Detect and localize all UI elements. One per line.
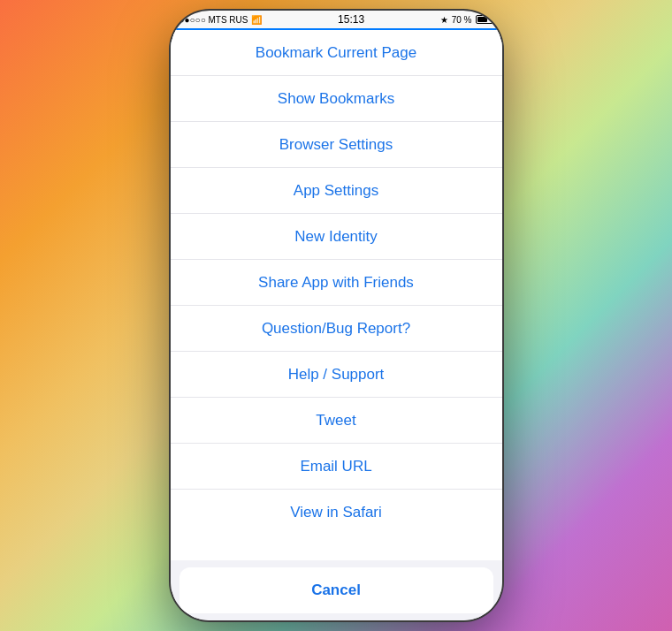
menu-item-label: Browser Settings bbox=[279, 136, 393, 154]
menu-item-label: Question/Bug Report? bbox=[262, 320, 410, 338]
menu-item[interactable]: Email URL bbox=[171, 444, 502, 490]
phone-frame: ●●○○○ MTS RUS 📶 15:13 ★ 70 % Bookmark Cu… bbox=[171, 11, 502, 620]
menu-sheet: Bookmark Current PageShow BookmarksBrows… bbox=[171, 30, 502, 620]
menu-item[interactable]: New Identity bbox=[171, 214, 502, 260]
status-time: 15:13 bbox=[338, 13, 364, 26]
menu-item-label: Email URL bbox=[300, 458, 371, 475]
menu-item-label: New Identity bbox=[294, 228, 378, 246]
menu-list: Bookmark Current PageShow BookmarksBrows… bbox=[171, 30, 502, 560]
menu-item[interactable]: View in Safari bbox=[171, 490, 502, 536]
menu-item[interactable]: Help / Support bbox=[171, 352, 502, 398]
phone-content: Bookmark Current PageShow BookmarksBrows… bbox=[171, 28, 502, 620]
menu-item[interactable]: Bookmark Current Page bbox=[171, 30, 502, 76]
battery-percent: 70 % bbox=[452, 15, 472, 25]
menu-item[interactable]: Question/Bug Report? bbox=[171, 306, 502, 352]
menu-item[interactable]: Tweet bbox=[171, 398, 502, 444]
status-right: ★ 70 % bbox=[440, 15, 493, 25]
status-left: ●●○○○ MTS RUS 📶 bbox=[179, 15, 263, 25]
menu-item-label: Bookmark Current Page bbox=[256, 44, 416, 62]
battery-icon bbox=[476, 15, 493, 24]
status-bar: ●●○○○ MTS RUS 📶 15:13 ★ 70 % bbox=[171, 11, 502, 28]
menu-item-label: Help / Support bbox=[288, 366, 385, 384]
menu-item-label: Show Bookmarks bbox=[278, 90, 394, 108]
cancel-section: Cancel bbox=[171, 560, 502, 620]
menu-item[interactable]: Browser Settings bbox=[171, 122, 502, 168]
menu-item[interactable]: Show Bookmarks bbox=[171, 76, 502, 122]
menu-item-label: Tweet bbox=[316, 412, 355, 430]
menu-item[interactable]: Share App with Friends bbox=[171, 260, 502, 306]
carrier-text: ●●○○○ MTS RUS bbox=[179, 15, 248, 25]
menu-item-label: View in Safari bbox=[290, 504, 382, 521]
menu-item-label: App Settings bbox=[294, 182, 378, 200]
bluetooth-icon: ★ bbox=[440, 15, 448, 25]
menu-item-label: Share App with Friends bbox=[258, 274, 414, 292]
wifi-icon: 📶 bbox=[251, 15, 262, 25]
menu-item[interactable]: App Settings bbox=[171, 168, 502, 214]
cancel-button[interactable]: Cancel bbox=[179, 567, 493, 613]
